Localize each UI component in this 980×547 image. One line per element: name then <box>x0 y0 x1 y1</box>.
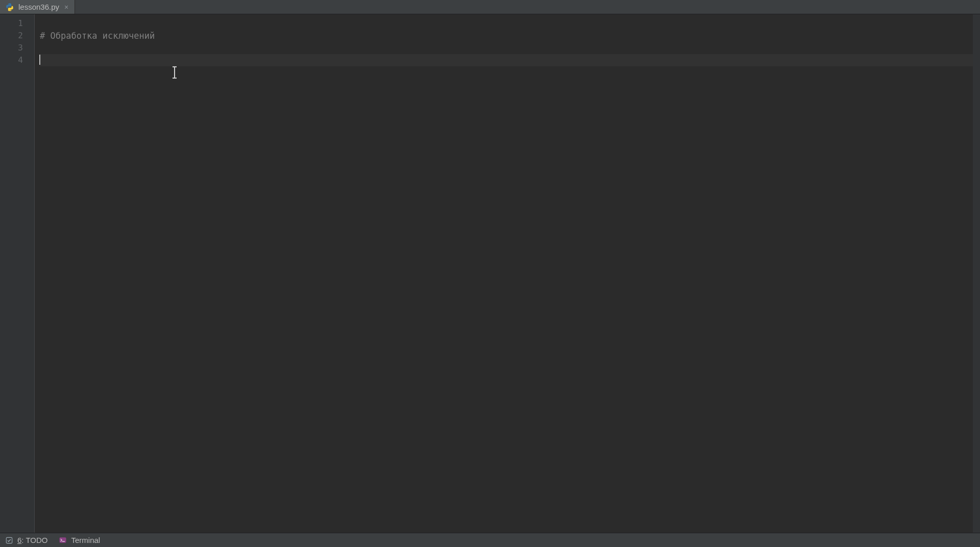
line-number: 4 <box>0 54 34 66</box>
todo-icon <box>5 536 13 544</box>
line-number: 1 <box>0 17 34 30</box>
code-line[interactable] <box>40 42 973 54</box>
line-number-gutter: 1 2 3 4 <box>0 14 35 533</box>
code-line-current[interactable] <box>40 54 973 66</box>
line-number: 3 <box>0 42 34 54</box>
code-line[interactable]: # Обработка исключений <box>40 30 973 42</box>
text-caret <box>39 55 40 65</box>
todo-label: 6: TODO <box>17 536 47 544</box>
code-line[interactable] <box>40 17 973 30</box>
terminal-icon <box>59 536 67 544</box>
svg-rect-1 <box>60 537 66 543</box>
close-tab-button[interactable]: × <box>63 3 69 11</box>
editor-marker-strip <box>973 14 980 533</box>
line-number: 2 <box>0 30 34 42</box>
code-area[interactable]: # Обработка исключений <box>35 14 973 533</box>
terminal-label: Terminal <box>71 536 100 544</box>
terminal-tool-button[interactable]: Terminal <box>59 536 100 544</box>
todo-tool-button[interactable]: 6: TODO <box>5 536 47 544</box>
comment-token: # Обработка исключений <box>40 31 155 41</box>
tab-filename: lesson36.py <box>18 3 59 11</box>
python-file-icon <box>5 3 14 12</box>
code-editor[interactable]: 1 2 3 4 # Обработка исключений <box>0 14 980 533</box>
editor-tab-lesson36[interactable]: lesson36.py × <box>0 0 75 14</box>
bottom-tool-bar: 6: TODO Terminal <box>0 533 980 547</box>
mouse-cursor-icon <box>173 66 177 79</box>
tab-bar: lesson36.py × <box>0 0 980 14</box>
